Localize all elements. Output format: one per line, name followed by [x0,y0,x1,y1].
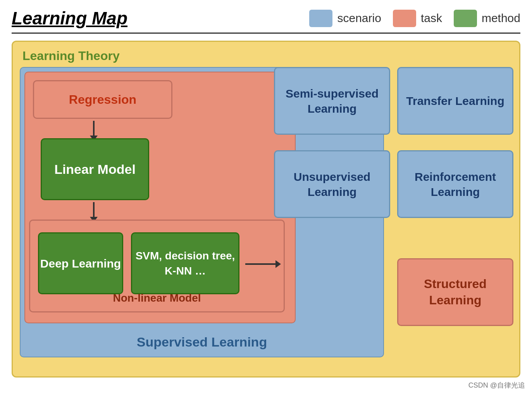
arrow-linear-to-nonlinear [93,202,95,218]
legend-task: task [393,10,442,27]
scenario-swatch [309,10,332,27]
regression-label: Regression [69,93,136,107]
classification-box: Classification Regression Linear Model [24,72,296,323]
right-bottom-row: Unsupervised Learning Reinforcement Lear… [274,150,513,218]
deep-learning-box: Deep Learning [38,232,123,294]
transfer-learning-label: Transfer Learning [406,93,504,108]
regression-box: Regression [33,80,172,119]
linear-model-box: Linear Model [41,138,149,200]
method-label: method [482,12,520,25]
transfer-learning-box: Transfer Learning [397,67,513,135]
task-label: task [421,12,442,25]
svm-label: SVM, decision tree, K-NN … [132,248,238,278]
linear-model-label: Linear Model [54,161,136,178]
legend-method: method [454,10,520,27]
structured-learning-box: Structured Learning [397,258,513,326]
nonlinear-label: Non-linear Model [113,292,201,304]
diagram: Learning Theory Supervised Learning Clas… [12,41,520,378]
arrow-regression-to-linear [93,121,95,136]
page: Learning Map scenario task method Learni… [0,0,532,393]
unsupervised-box: Unsupervised Learning [274,150,390,218]
task-swatch [393,10,416,27]
watermark: CSDN @自律光追 [468,381,525,390]
legend: scenario task method [309,10,520,27]
page-title: Learning Map [12,8,127,29]
method-swatch [454,10,477,27]
reinforcement-box: Reinforcement Learning [397,150,513,218]
reinforcement-label: Reinforcement Learning [398,169,512,199]
semi-supervised-box: Semi-supervised Learning [274,67,390,135]
svm-box: SVM, decision tree, K-NN … [131,232,239,294]
deep-learning-label: Deep Learning [40,256,121,271]
legend-scenario: scenario [309,10,381,27]
arrow-svm-to-structured [245,263,276,265]
nonlinear-model-box: Deep Learning SVM, decision tree, K-NN …… [29,220,285,312]
semi-supervised-label: Semi-supervised Learning [275,86,389,116]
right-top-row: Semi-supervised Learning Transfer Learni… [274,67,513,135]
supervised-label: Supervised Learning [137,335,267,350]
learning-theory-label: Learning Theory [22,49,120,63]
header: Learning Map scenario task method [12,8,520,34]
structured-label: Structured Learning [398,276,512,308]
unsupervised-label: Unsupervised Learning [275,169,389,199]
scenario-label: scenario [337,12,381,25]
